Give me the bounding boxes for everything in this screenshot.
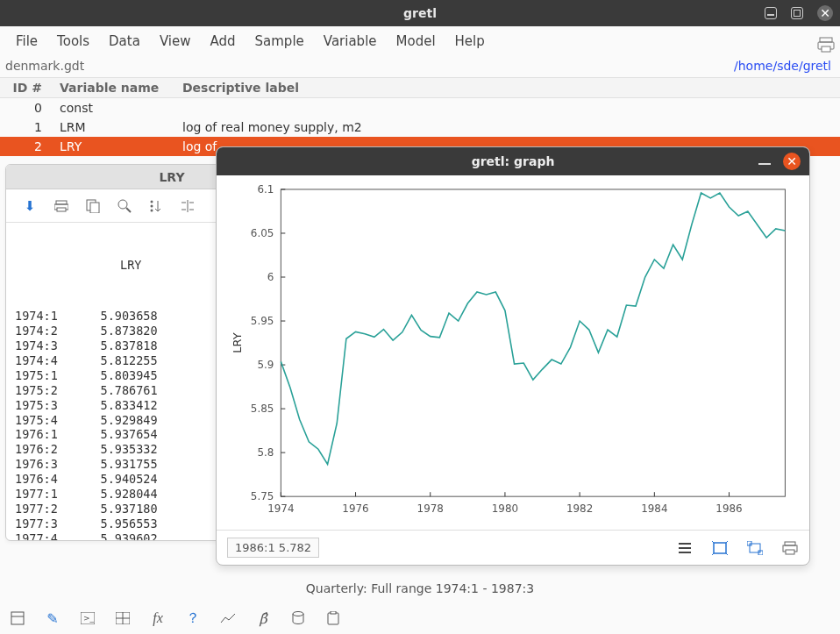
svg-rect-3	[11, 612, 24, 624]
print-icon[interactable]	[810, 33, 829, 49]
clipboard-icon[interactable]	[324, 609, 342, 627]
svg-text:5.75: 5.75	[251, 490, 274, 502]
col-desc: Descriptive label	[182, 81, 833, 95]
svg-rect-28	[281, 189, 785, 496]
status-text: Quarterly: Full range 1974:1 - 1987:3	[0, 581, 840, 595]
svg-text:5.95: 5.95	[251, 315, 274, 327]
svg-text:5.9: 5.9	[257, 359, 274, 371]
menu-model[interactable]: Model	[389, 30, 443, 53]
fx-icon[interactable]: fx	[149, 609, 167, 627]
svg-line-19	[126, 208, 131, 212]
svg-text:1982: 1982	[566, 502, 593, 515]
svg-text:1976: 1976	[342, 502, 368, 515]
svg-point-22	[151, 209, 153, 211]
svg-text:6.1: 6.1	[257, 183, 274, 196]
var-name: LRM	[60, 120, 182, 134]
graph-plot-area[interactable]: 5.755.85.855.95.9566.056.119741976197819…	[224, 181, 802, 526]
graph-titlebar: gretl: graph ✕	[217, 147, 809, 175]
window-maximize-icon[interactable]	[791, 7, 803, 19]
svg-text:5.85: 5.85	[251, 402, 274, 415]
svg-point-10	[293, 612, 303, 616]
edit-icon[interactable]: ✎	[44, 609, 61, 627]
plot-icon[interactable]	[219, 609, 237, 627]
svg-rect-15	[57, 208, 66, 211]
svg-rect-69	[786, 550, 794, 554]
svg-text:LRY: LRY	[231, 332, 244, 353]
menu-data[interactable]: Data	[102, 30, 147, 53]
home-path-link[interactable]: /home/sde/gretl	[734, 59, 831, 73]
svg-text:>_: >_	[83, 614, 95, 623]
print-graph-icon[interactable]	[781, 539, 799, 557]
menu-tools[interactable]: Tools	[50, 30, 96, 53]
menu-add[interactable]: Add	[203, 30, 243, 53]
var-name: const	[60, 101, 182, 115]
svg-rect-63	[714, 543, 726, 553]
main-title: gretl	[403, 6, 437, 20]
print-icon[interactable]	[53, 198, 69, 214]
svg-text:1978: 1978	[417, 502, 444, 515]
var-desc: log of real money supply, m2	[182, 120, 833, 134]
console-icon[interactable]: >_	[79, 609, 96, 627]
svg-rect-0	[820, 38, 832, 42]
svg-point-20	[151, 200, 153, 203]
var-id: 0	[7, 101, 60, 115]
menu-help[interactable]: Help	[448, 30, 492, 53]
grid-icon[interactable]	[114, 609, 132, 627]
database-icon[interactable]	[289, 609, 307, 627]
graph-minimize-icon[interactable]	[758, 154, 771, 167]
menu-variable[interactable]: Variable	[317, 30, 384, 53]
main-titlebar: gretl ✕	[0, 0, 840, 26]
svg-text:6.05: 6.05	[251, 227, 274, 239]
svg-rect-11	[328, 613, 338, 624]
col-id: ID #	[7, 81, 60, 95]
format-icon[interactable]	[180, 198, 196, 214]
svg-text:5.8: 5.8	[257, 446, 274, 459]
var-id: 2	[7, 139, 60, 153]
zoom-box-icon[interactable]	[746, 539, 764, 557]
fullscreen-icon[interactable]	[711, 539, 729, 557]
variable-row[interactable]: 0const	[0, 98, 840, 118]
svg-rect-2	[822, 46, 830, 52]
svg-point-21	[151, 204, 153, 207]
calculator-icon[interactable]	[9, 609, 26, 627]
svg-rect-17	[90, 203, 99, 213]
svg-point-18	[118, 200, 127, 209]
beta-hat-icon[interactable]: β̂	[254, 609, 272, 627]
window-close-icon[interactable]: ✕	[817, 5, 833, 21]
var-id: 1	[7, 120, 60, 134]
menu-sample[interactable]: Sample	[248, 30, 311, 53]
coord-readout: 1986:1 5.782	[227, 538, 319, 558]
col-name: Variable name	[60, 81, 182, 95]
menubar: FileToolsDataViewAddSampleVariableModelH…	[0, 26, 840, 56]
menu-view[interactable]: View	[153, 30, 198, 53]
svg-rect-67	[785, 542, 795, 545]
svg-text:6: 6	[267, 271, 274, 283]
variable-table-header: ID # Variable name Descriptive label	[0, 78, 840, 98]
menu-file[interactable]: File	[9, 30, 45, 53]
svg-text:1974: 1974	[267, 502, 294, 515]
svg-text:1984: 1984	[641, 502, 667, 515]
var-desc	[182, 101, 833, 115]
help-icon[interactable]: ？	[184, 609, 202, 627]
svg-rect-12	[331, 611, 336, 614]
sort-icon[interactable]	[148, 198, 164, 214]
graph-title: gretl: graph	[472, 154, 555, 168]
svg-rect-13	[56, 201, 67, 204]
graph-close-icon[interactable]: ✕	[783, 153, 801, 170]
hamburger-icon[interactable]	[676, 539, 694, 557]
save-icon[interactable]: ⬇	[22, 198, 38, 214]
dataset-filename: denmark.gdt	[5, 59, 84, 73]
var-name: LRY	[60, 139, 182, 153]
svg-text:1980: 1980	[492, 502, 518, 515]
variable-table: ID # Variable name Descriptive label 0co…	[0, 77, 840, 156]
bottom-toolbar: ✎ >_ fx ？ β̂	[9, 609, 342, 627]
zoom-icon[interactable]	[117, 198, 132, 214]
variable-row[interactable]: 1LRMlog of real money supply, m2	[0, 118, 840, 137]
graph-window: gretl: graph ✕ 5.755.85.855.95.9566.056.…	[216, 146, 810, 566]
svg-text:1986: 1986	[715, 502, 742, 515]
copy-icon[interactable]	[85, 198, 101, 214]
window-minimize-icon[interactable]	[765, 7, 777, 19]
